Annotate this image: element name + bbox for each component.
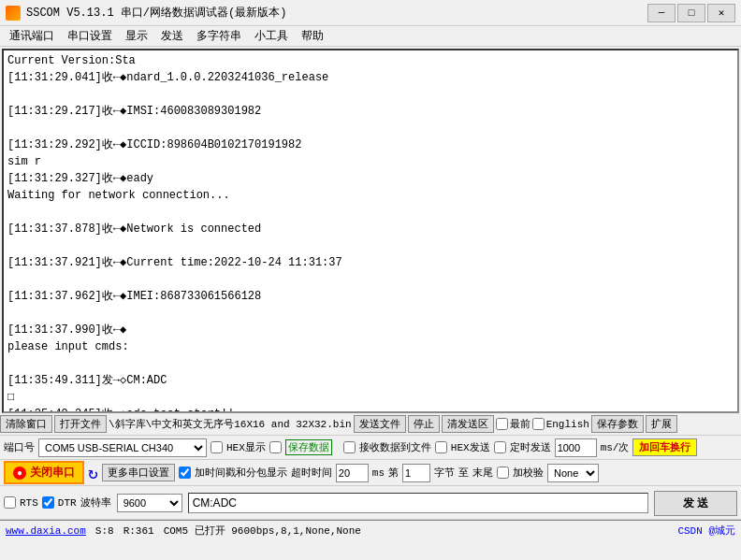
timer-send-checkbox[interactable] [494,441,506,453]
website-link[interactable]: www.daxia.com [6,525,86,537]
config-row-1: 端口号 COM5 USB-SERIAL CH340 HEX显示 保存数据 接收数… [0,436,741,460]
page-input[interactable] [402,464,430,482]
close-button[interactable]: ✕ [707,4,735,22]
terminal-line: [11:35:49.345]收←◆adc test start!! [7,406,734,413]
terminal-line [7,120,734,136]
save-params-button[interactable]: 保存参数 [591,415,644,433]
send-area-row: RTS DTR 波特率 9600 发 送 [0,486,741,520]
stop-button[interactable]: 停止 [408,415,440,433]
terminal-line: □ [7,389,734,406]
page-label: 第 [388,466,399,480]
timeout-input[interactable] [336,464,369,482]
close-port-button[interactable]: ● 关闭串口 [4,461,84,484]
terminal-line: [11:35:49.311]发→◇CM:ADC [7,372,734,389]
timer-send-label: 定时发送 [510,440,551,454]
dtr-checkbox[interactable] [42,496,54,509]
menu-tools[interactable]: 小工具 [249,27,294,45]
terminal-line [7,355,734,372]
menu-bar: 通讯端口 串口设置 显示 发送 多字符串 小工具 帮助 [0,26,741,47]
send-input-col [188,493,648,513]
expand-button[interactable]: 扩展 [646,415,677,433]
timer-ms-input[interactable]: 1000 [555,438,597,457]
terminal-line [7,305,734,322]
maximize-button[interactable]: □ [677,4,705,22]
hex-send-checkbox[interactable] [435,441,447,453]
menu-serial-config[interactable]: 串口设置 [62,27,118,45]
minimize-button[interactable]: ─ [647,4,676,22]
status-bar: www.daxia.com S:8 R:361 COM5 已打开 9600bps… [0,520,741,540]
send-text-input[interactable] [188,493,648,513]
clear-window-button[interactable]: 清除窗口 [0,415,52,433]
menu-comm[interactable]: 通讯端口 [4,27,60,45]
port-select[interactable]: COM5 USB-SERIAL CH340 [38,438,207,457]
terminal-line: [11:31:29.327]收←◆eady [7,170,734,187]
refresh-icon[interactable]: ↻ [88,463,98,483]
baud-select[interactable]: 9600 [117,494,182,512]
to-label: 至 [458,466,469,480]
timeout-unit-label: ms [372,467,385,479]
byte-label: 字节 [434,466,455,480]
terminal-line: please input cmds: [7,338,734,355]
dtr-label: DTR [58,497,77,509]
ms-unit-label: ms/次 [601,440,630,454]
more-ports-button[interactable]: 更多串口设置 [102,464,175,481]
terminal-line: [11:31:29.217]收←◆IMSI:460083089301982 [7,103,734,120]
timeout-label: 超时时间 [291,466,332,480]
recv-file-label: 接收数据到文件 [359,440,431,454]
window-controls: ─ □ ✕ [647,4,735,22]
csdn-label: CSDN @城元 [677,524,735,538]
hex-display-checkbox[interactable] [211,441,223,453]
config-row-2: ● 关闭串口 ↻ 更多串口设置 加时间戳和分包显示 超时时间 ms 第 字节 至… [0,460,741,486]
terminal-line: sim r [7,153,734,170]
menu-multistring[interactable]: 多字符串 [191,27,247,45]
recv-file-checkbox[interactable] [343,441,356,453]
terminal-line [7,86,734,103]
english-label: English [546,419,589,430]
menu-send[interactable]: 发送 [155,27,189,45]
close-icon: ● [13,467,26,480]
tail-label: 末尾 [472,466,493,480]
add-time-checkbox[interactable] [179,467,191,479]
terminal-line: [11:31:29.041]收←◆ndard_1.0.0.2203241036_… [7,69,734,86]
r-count: R:361 [124,525,154,537]
topmost-checkbox[interactable] [496,418,508,430]
hex-send-label: HEX发送 [451,440,490,454]
send-input-row [188,493,648,513]
baud-label: 波特率 [80,495,111,510]
send-file-button[interactable]: 发送文件 [354,415,406,433]
checksum-add-checkbox[interactable] [497,467,509,479]
english-checkbox[interactable] [532,418,545,430]
toolbar-main-row: 清除窗口 打开文件 \斜字库\中文和英文无序号16X16 and 32X32.b… [0,413,741,436]
terminal-line [7,237,734,254]
checksum-select[interactable]: None [547,464,599,482]
port-label: 端口号 [4,440,35,454]
terminal-output: Current Version:Sta [11:31:29.041]收←◆nda… [2,49,739,413]
save-data-checkbox[interactable] [269,441,282,453]
terminal-line [7,204,734,221]
app-icon [6,6,21,21]
font-library-path: \斜字库\中文和英文无序号16X16 and 32X32.bin [109,417,352,431]
close-port-label: 关闭串口 [30,465,75,481]
terminal-line: [11:31:29.292]收←◆ICCID:898604B0102170191… [7,136,734,153]
rts-label: RTS [20,497,38,509]
checksum-label: 加校验 [513,466,544,480]
rts-dtr-row: RTS DTR 波特率 [4,495,111,510]
port-status: COM5 已打开 9600bps,8,1,None,None [164,524,669,538]
window-title: SSCOM V5.13.1 串口/网络数据调试器(最新版本) [26,5,286,21]
open-file-button[interactable]: 打开文件 [54,415,107,433]
rts-checkbox[interactable] [4,496,16,509]
s-count: S:8 [95,525,114,537]
send-button[interactable]: 发 送 [654,491,737,516]
port-config-col: RTS DTR 波特率 [4,495,111,510]
menu-display[interactable]: 显示 [120,27,153,45]
terminal-line: [11:31:37.921]收←◆Current time:2022-10-24… [7,254,734,271]
terminal-line [7,271,734,288]
save-data-label: 保存数据 [285,439,332,455]
title-left: SSCOM V5.13.1 串口/网络数据调试器(最新版本) [6,5,286,21]
add-crlf-button[interactable]: 加回车换行 [632,438,697,456]
terminal-line: Current Version:Sta [7,52,734,69]
terminal-line: [11:31:37.878]收←◆Network is connected [7,221,734,237]
clear-send-button[interactable]: 清发送区 [442,415,494,433]
terminal-line: [11:31:37.990]收←◆ [7,322,734,338]
menu-help[interactable]: 帮助 [296,27,329,45]
